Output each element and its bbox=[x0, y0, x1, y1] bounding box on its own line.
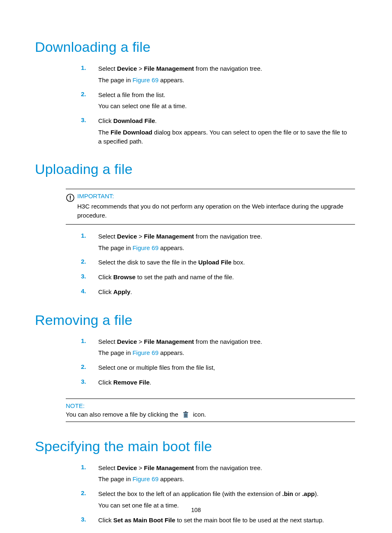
note-box: NOTE: You can also remove a file by clic… bbox=[66, 399, 355, 422]
heading-bootfile: Specifying the main boot file bbox=[35, 438, 355, 454]
step-number: 1. bbox=[81, 64, 98, 87]
step-item: 3.Click Set as Main Boot File to set the… bbox=[81, 516, 351, 527]
note-text-after: icon. bbox=[193, 411, 206, 418]
section-downloading: Downloading a file 1.Select Device > Fil… bbox=[35, 39, 355, 148]
step-number: 1. bbox=[81, 232, 98, 255]
heading-removing: Removing a file bbox=[35, 312, 355, 328]
remove-steps: 1.Select Device > File Management from t… bbox=[81, 337, 351, 389]
step-body: Click Remove File. bbox=[98, 378, 351, 389]
step-body: Select one or multiple files from the fi… bbox=[98, 363, 351, 375]
step-number: 2. bbox=[81, 363, 98, 375]
step-body: Select Device > File Management from the… bbox=[98, 463, 351, 487]
step-number: 2. bbox=[81, 258, 98, 269]
step-item: 1.Select Device > File Management from t… bbox=[81, 463, 351, 487]
step-number: 1. bbox=[81, 337, 98, 360]
note-text-before: You can also remove a file by clicking t… bbox=[66, 411, 178, 418]
svg-rect-7 bbox=[185, 414, 186, 417]
boot-steps: 1.Select Device > File Management from t… bbox=[81, 463, 351, 527]
section-uploading: Uploading a file IMPORTANT: H3C recommen… bbox=[35, 161, 355, 299]
section-bootfile: Specifying the main boot file 1.Select D… bbox=[35, 438, 355, 527]
step-number: 3. bbox=[81, 378, 98, 389]
step-item: 2.Select the disk to save the file in th… bbox=[81, 258, 351, 269]
section-removing: Removing a file 1.Select Device > File M… bbox=[35, 312, 355, 422]
step-body: Click Apply. bbox=[98, 287, 351, 299]
note-label: NOTE: bbox=[66, 402, 355, 409]
figure-link[interactable]: Figure 69 bbox=[132, 475, 158, 482]
note-text: You can also remove a file by clicking t… bbox=[66, 411, 355, 418]
step-number: 3. bbox=[81, 516, 98, 527]
svg-rect-1 bbox=[70, 196, 71, 199]
figure-link[interactable]: Figure 69 bbox=[132, 244, 158, 251]
step-body: Select Device > File Management from the… bbox=[98, 337, 351, 360]
step-item: 2.Select a file from the list.You can se… bbox=[81, 90, 351, 114]
step-body: Select a file from the list.You can sele… bbox=[98, 90, 351, 114]
step-number: 4. bbox=[81, 287, 98, 299]
svg-rect-2 bbox=[70, 199, 71, 200]
svg-rect-6 bbox=[184, 414, 185, 417]
step-body: Click Set as Main Boot File to set the m… bbox=[98, 516, 351, 527]
step-number: 2. bbox=[81, 90, 98, 114]
heading-downloading: Downloading a file bbox=[35, 39, 355, 55]
trash-icon bbox=[182, 411, 189, 418]
upload-steps: 1.Select Device > File Management from t… bbox=[81, 232, 351, 299]
step-item: 3.Click Browse to set the path and name … bbox=[81, 273, 351, 284]
step-item: 1.Select Device > File Management from t… bbox=[81, 337, 351, 360]
step-body: Select the disk to save the file in the … bbox=[98, 258, 351, 269]
step-body: Select Device > File Management from the… bbox=[98, 64, 351, 87]
important-box: IMPORTANT: H3C recommends that you do no… bbox=[66, 189, 355, 225]
important-label: IMPORTANT: bbox=[77, 192, 355, 199]
step-number: 1. bbox=[81, 463, 98, 487]
svg-rect-3 bbox=[183, 412, 188, 413]
step-item: 4.Click Apply. bbox=[81, 287, 351, 299]
step-item: 2.Select one or multiple files from the … bbox=[81, 363, 351, 375]
step-item: 3.Click Download File.The File Download … bbox=[81, 116, 351, 148]
step-body: Click Download File.The File Download di… bbox=[98, 116, 351, 148]
step-item: 3.Click Remove File. bbox=[81, 378, 351, 389]
step-item: 1.Select Device > File Management from t… bbox=[81, 64, 351, 87]
download-steps: 1.Select Device > File Management from t… bbox=[81, 64, 351, 148]
svg-rect-8 bbox=[186, 414, 187, 417]
important-icon bbox=[66, 193, 75, 202]
svg-rect-4 bbox=[185, 411, 187, 412]
step-number: 3. bbox=[81, 116, 98, 148]
page-number: 108 bbox=[0, 507, 392, 513]
figure-link[interactable]: Figure 69 bbox=[132, 349, 158, 356]
step-item: 1.Select Device > File Management from t… bbox=[81, 232, 351, 255]
heading-uploading: Uploading a file bbox=[35, 161, 355, 177]
step-number: 3. bbox=[81, 273, 98, 284]
step-body: Select Device > File Management from the… bbox=[98, 232, 351, 255]
figure-link[interactable]: Figure 69 bbox=[132, 76, 158, 83]
step-body: Click Browse to set the path and name of… bbox=[98, 273, 351, 284]
important-text: H3C recommends that you do not perform a… bbox=[77, 202, 355, 220]
